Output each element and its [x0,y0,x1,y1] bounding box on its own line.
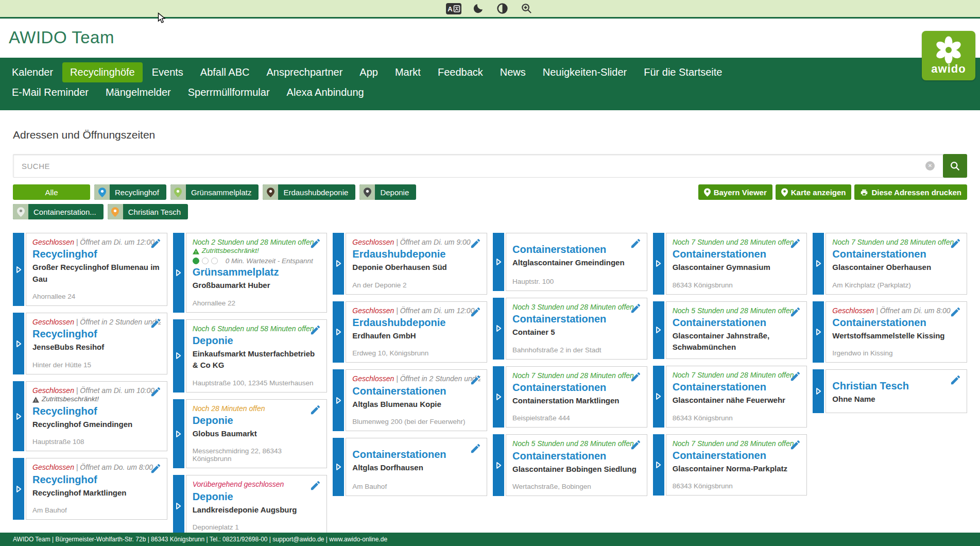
nav-item-alexa-anbindung[interactable]: Alexa Anbindung [279,82,372,103]
edit-icon[interactable] [150,237,162,250]
filter-chip-deponie[interactable]: Deponie [359,184,416,200]
nav-item-markt[interactable]: Markt [387,62,428,82]
card-expand-bar[interactable] [13,233,24,306]
dark-mode-icon[interactable] [470,3,486,15]
facility-card[interactable]: Noch 28 Minuten offenDeponieGlobus Bauma… [173,399,328,469]
facility-card[interactable]: Noch 5 Stunden und 28 Minuten offenConta… [493,434,647,496]
nav-item-feedback[interactable]: Feedback [430,62,491,82]
edit-icon[interactable] [789,237,802,250]
nav-item-sperrmüllformular[interactable]: Sperrmüllformular [180,82,278,103]
filter-chip-erdaushubdeponie[interactable]: Erdaushubdeponie [263,184,355,200]
edit-icon[interactable] [950,374,962,386]
edit-icon[interactable] [150,386,162,398]
filter-chip-grünsammelplatz[interactable]: Grünsammelplatz [170,184,259,200]
edit-icon[interactable] [310,324,322,336]
search-button[interactable] [943,154,967,178]
filter-chip-christian-tesch[interactable]: Christian Tesch [108,204,188,219]
card-expand-bar[interactable] [13,313,24,374]
edit-icon[interactable] [630,439,642,451]
facility-card[interactable]: Noch 7 Stunden und 28 Minuten offenConta… [653,366,807,428]
facility-card[interactable]: Geschlossen | Öffnet am Di. um 8:00Conta… [813,301,967,363]
facility-card[interactable]: Noch 7 Stunden und 28 Minuten offenConta… [653,233,807,295]
card-expand-bar[interactable] [13,381,24,452]
card-expand-bar[interactable] [813,369,824,413]
card-expand-bar[interactable] [653,233,664,295]
card-expand-bar[interactable] [653,434,664,496]
edit-icon[interactable] [630,237,642,250]
card-expand-bar[interactable] [493,434,504,496]
nav-item-kalender[interactable]: Kalender [4,62,61,82]
facility-card[interactable]: Vorübergehend geschlossenDeponieLandkrei… [173,475,328,537]
edit-icon[interactable] [630,371,642,383]
edit-icon[interactable] [470,374,482,386]
card-expand-bar[interactable] [173,475,184,537]
clear-search-icon[interactable]: ✕ [925,161,935,170]
edit-icon[interactable] [150,463,162,475]
edit-icon[interactable] [310,237,322,250]
filter-chip-recyclinghof[interactable]: Recyclinghof [94,184,166,200]
edit-icon[interactable] [150,317,162,330]
nav-item-ansprechpartner[interactable]: Ansprechpartner [259,62,350,82]
card-expand-bar[interactable] [493,298,504,360]
card-expand-bar[interactable] [333,301,344,363]
facility-card[interactable]: Geschlossen | Öffnet in 2 Stunden und 28… [13,313,167,374]
card-expand-bar[interactable] [173,319,184,393]
nav-item-mängelmelder[interactable]: Mängelmelder [98,82,179,103]
bayern-viewer-button[interactable]: Bayern Viewer [698,184,772,200]
translate-icon[interactable]: A [446,3,461,15]
card-expand-bar[interactable] [13,458,24,520]
search-input[interactable] [13,155,925,177]
card-expand-bar[interactable] [333,369,344,431]
facility-card[interactable]: Noch 5 Stunden und 28 Minuten offenConta… [653,301,807,359]
contrast-icon[interactable] [494,3,510,15]
facility-card[interactable]: Geschlossen | Öffnet am Di. um 12:00Recy… [13,233,167,306]
edit-icon[interactable] [789,306,802,318]
nav-item-app[interactable]: App [352,62,386,82]
card-expand-bar[interactable] [173,399,184,469]
facility-card[interactable]: Noch 6 Stunden und 58 Minuten offenDepon… [173,319,328,393]
nav-item-recyclinghöfe[interactable]: Recyclinghöfe [62,62,143,82]
facility-card[interactable]: ContainerstationenAltglascontainer Gmein… [493,233,647,291]
card-expand-bar[interactable] [493,366,504,428]
facility-card[interactable]: Geschlossen | Öffnet am Do. um 8:00Recyc… [13,458,167,520]
nav-item-events[interactable]: Events [144,62,191,82]
card-expand-bar[interactable] [333,438,344,496]
edit-icon[interactable] [630,302,642,315]
diese-adressen-drucken-button[interactable]: Diese Adressen drucken [854,184,967,200]
card-expand-bar[interactable] [173,233,184,313]
card-expand-bar[interactable] [333,233,344,295]
nav-item-news[interactable]: News [492,62,534,82]
card-expand-bar[interactable] [493,233,504,291]
facility-card[interactable]: Noch 7 Stunden und 28 Minuten offenConta… [653,434,807,496]
facility-card[interactable]: Geschlossen | Öffnet in 2 Stunden und 28… [333,369,487,431]
filter-chip-alle[interactable]: Alle [13,184,90,200]
facility-card[interactable]: Noch 7 Stunden und 28 Minuten offenConta… [813,233,967,295]
awido-logo[interactable]: awido [922,31,975,80]
karte-anzeigen-button[interactable]: Karte anzeigen [776,184,852,200]
facility-card[interactable]: Geschlossen | Öffnet am Di. um 9:00Erdau… [333,233,487,295]
edit-icon[interactable] [470,442,482,455]
facility-card[interactable]: Noch 7 Stunden und 28 Minuten offenConta… [493,366,647,428]
edit-icon[interactable] [789,370,802,383]
edit-icon[interactable] [950,237,962,250]
edit-icon[interactable] [789,439,802,451]
card-expand-bar[interactable] [813,301,824,363]
facility-card[interactable]: Geschlossen | Öffnet am Di. um 10:00Zutr… [13,381,167,452]
facility-card[interactable]: Christian TeschOhne Name [813,369,967,413]
facility-card[interactable]: ContainerstationenAltglas DorfhausenAm B… [333,438,487,496]
card-expand-bar[interactable] [653,301,664,359]
facility-card[interactable]: Geschlossen | Öffnet am Di. um 12:00Erda… [333,301,487,363]
zoom-in-icon[interactable] [519,3,534,15]
facility-card[interactable]: Noch 2 Stunden und 28 Minuten offenZutri… [173,233,328,313]
edit-icon[interactable] [470,306,482,318]
card-expand-bar[interactable] [653,366,664,428]
facility-card[interactable]: Noch 3 Stunden und 28 Minuten offenConta… [493,298,647,360]
card-expand-bar[interactable] [813,233,824,295]
nav-item-abfall-abc[interactable]: Abfall ABC [193,62,257,82]
edit-icon[interactable] [470,237,482,250]
nav-item-für-die-startseite[interactable]: Für die Startseite [636,62,730,82]
edit-icon[interactable] [310,480,322,492]
nav-item-e-mail-reminder[interactable]: E-Mail Reminder [4,82,96,103]
nav-item-neuigkeiten-slider[interactable]: Neuigkeiten-Slider [535,62,634,82]
edit-icon[interactable] [950,306,962,318]
